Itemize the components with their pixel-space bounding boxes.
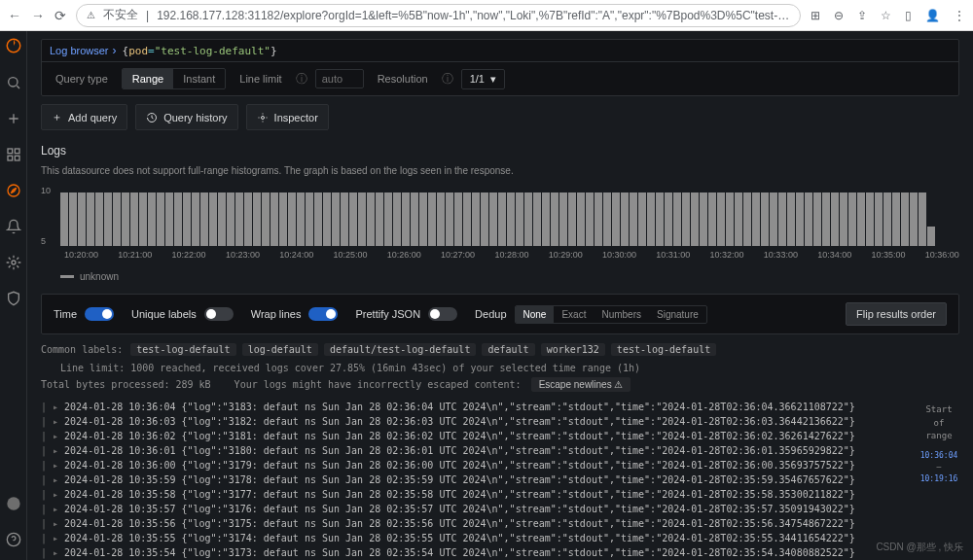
profile-icon[interactable]: 👤: [925, 9, 940, 22]
reload-button[interactable]: ⟳: [54, 8, 66, 23]
back-button[interactable]: ←: [8, 8, 21, 23]
panel-icon[interactable]: ▯: [905, 9, 912, 22]
insecure-icon: ⚠: [87, 10, 95, 20]
address-bar[interactable]: ⚠ 不安全 | 192.168.177.128:31182/explore?or…: [76, 4, 801, 27]
forward-button[interactable]: →: [31, 8, 45, 23]
star-icon[interactable]: ☆: [881, 9, 891, 22]
url-text: 192.168.177.128:31182/explore?orgId=1&le…: [157, 9, 790, 22]
browser-toolbar: ← → ⟳ ⚠ 不安全 | 192.168.177.128:31182/expl…: [0, 0, 973, 31]
zoom-icon[interactable]: ⊖: [834, 9, 844, 22]
share-icon[interactable]: ⇪: [857, 9, 867, 22]
translate-icon[interactable]: ⊞: [811, 9, 820, 22]
menu-icon[interactable]: ⋮: [954, 9, 965, 22]
security-label: 不安全: [103, 7, 138, 23]
